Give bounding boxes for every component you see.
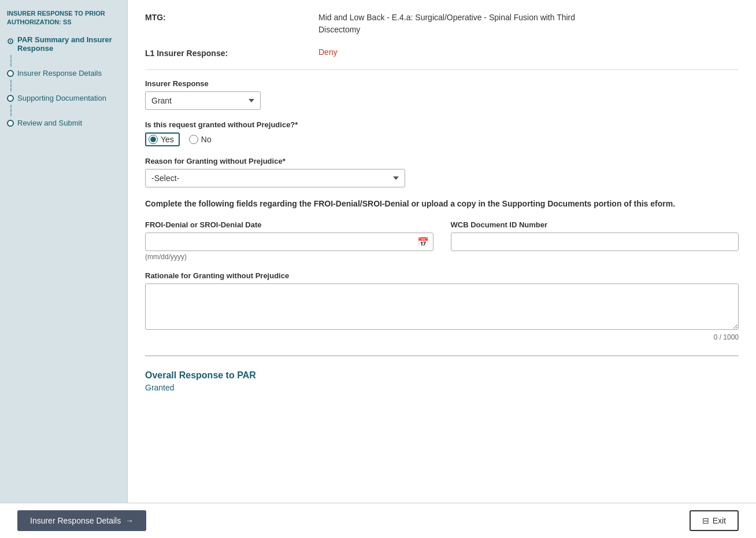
radio-yes-option[interactable]: Yes bbox=[145, 132, 180, 146]
radio-no-option[interactable]: No bbox=[189, 135, 212, 144]
l1-response-value: Deny bbox=[318, 47, 338, 57]
rationale-textarea-wrap bbox=[145, 283, 739, 331]
sidebar-item-insurer-response-details[interactable]: Insurer Response Details bbox=[7, 67, 120, 80]
wcb-doc-label: WCB Document ID Number bbox=[451, 220, 739, 229]
mtg-value: Mid and Low Back - E.4.a: Surgical/Opera… bbox=[318, 12, 607, 36]
sidebar-active-label: PAR Summary and Insurer Response bbox=[17, 35, 120, 53]
notice-box: Complete the following fields regarding … bbox=[145, 198, 739, 210]
insurer-response-label: Insurer Response bbox=[145, 79, 739, 88]
sidebar-circle-3 bbox=[7, 120, 14, 127]
sidebar-active-par-summary[interactable]: ⊙ PAR Summary and Insurer Response bbox=[7, 35, 120, 53]
prejudice-radio-group: Yes No bbox=[145, 132, 739, 146]
next-button-label: Insurer Response Details bbox=[30, 516, 121, 525]
sidebar-connector-2 bbox=[10, 80, 120, 91]
sidebar-label-insurer-response-details: Insurer Response Details bbox=[17, 69, 102, 78]
next-arrow-icon: → bbox=[125, 516, 134, 525]
footer: Insurer Response Details → ⊟ Exit bbox=[0, 503, 756, 538]
radio-no-input[interactable] bbox=[189, 135, 198, 144]
prejudice-question-group: Is this request granted without Prejudic… bbox=[145, 120, 739, 146]
date-wcb-row: FROI-Denial or SROI-Denial Date 📅 (mm/dd… bbox=[145, 220, 739, 261]
froi-date-input[interactable] bbox=[145, 233, 433, 251]
sidebar-circle-2 bbox=[7, 95, 14, 102]
next-button[interactable]: Insurer Response Details → bbox=[17, 510, 146, 531]
reason-label: Reason for Granting without Prejudice* bbox=[145, 157, 739, 165]
rationale-label: Rationale for Granting without Prejudice bbox=[145, 271, 739, 280]
froi-date-label: FROI-Denial or SROI-Denial Date bbox=[145, 220, 433, 229]
reason-group: Reason for Granting without Prejudice* -… bbox=[145, 157, 739, 187]
insurer-response-select[interactable]: Grant Deny Partial Grant bbox=[145, 91, 261, 110]
wcb-doc-col: WCB Document ID Number bbox=[451, 220, 739, 261]
sidebar-connector-3 bbox=[10, 105, 120, 116]
reason-select[interactable]: -Select- bbox=[145, 169, 405, 187]
rationale-group: Rationale for Granting without Prejudice… bbox=[145, 271, 739, 341]
sidebar-label-supporting-docs: Supporting Documentation bbox=[17, 94, 106, 102]
prejudice-question-label: Is this request granted without Prejudic… bbox=[145, 120, 739, 129]
overall-response-value: Granted bbox=[145, 383, 739, 392]
sidebar-label-review-submit: Review and Submit bbox=[17, 119, 82, 127]
l1-response-label: L1 Insurer Response: bbox=[145, 47, 318, 58]
sidebar: Insurer Response to Prior Authorization:… bbox=[0, 0, 127, 503]
sidebar-header: Insurer Response to Prior Authorization:… bbox=[7, 9, 120, 27]
froi-date-col: FROI-Denial or SROI-Denial Date 📅 (mm/dd… bbox=[145, 220, 433, 261]
exit-icon: ⊟ bbox=[702, 516, 709, 525]
froi-date-input-wrap: 📅 bbox=[145, 233, 433, 251]
sidebar-item-supporting-docs[interactable]: Supporting Documentation bbox=[7, 91, 120, 105]
calendar-icon: 📅 bbox=[417, 237, 429, 248]
rationale-textarea[interactable] bbox=[145, 283, 739, 330]
radio-no-label: No bbox=[201, 135, 212, 144]
mtg-label: MTG: bbox=[145, 12, 318, 22]
exit-button-label: Exit bbox=[713, 516, 726, 525]
main-content: MTG: Mid and Low Back - E.4.a: Surgical/… bbox=[127, 0, 756, 503]
radio-yes-input[interactable] bbox=[149, 135, 158, 144]
exit-button[interactable]: ⊟ Exit bbox=[690, 510, 739, 531]
sidebar-item-review-submit[interactable]: Review and Submit bbox=[7, 116, 120, 130]
froi-date-hint: (mm/dd/yyyy) bbox=[145, 253, 433, 261]
sidebar-circle-1 bbox=[7, 70, 14, 77]
mtg-row: MTG: Mid and Low Back - E.4.a: Surgical/… bbox=[145, 12, 739, 36]
divider-2 bbox=[145, 355, 739, 356]
l1-response-row: L1 Insurer Response: Deny bbox=[145, 47, 739, 58]
active-bullet: ⊙ bbox=[7, 36, 14, 46]
wcb-doc-input[interactable] bbox=[451, 233, 739, 251]
divider-1 bbox=[145, 69, 739, 70]
overall-response-section: Overall Response to PAR Granted bbox=[145, 370, 739, 392]
insurer-response-group: Insurer Response Grant Deny Partial Gran… bbox=[145, 79, 739, 110]
radio-yes-label: Yes bbox=[161, 135, 174, 144]
char-count: 0 / 1000 bbox=[145, 333, 739, 341]
overall-response-title: Overall Response to PAR bbox=[145, 370, 739, 381]
sidebar-connector-1 bbox=[10, 55, 120, 67]
